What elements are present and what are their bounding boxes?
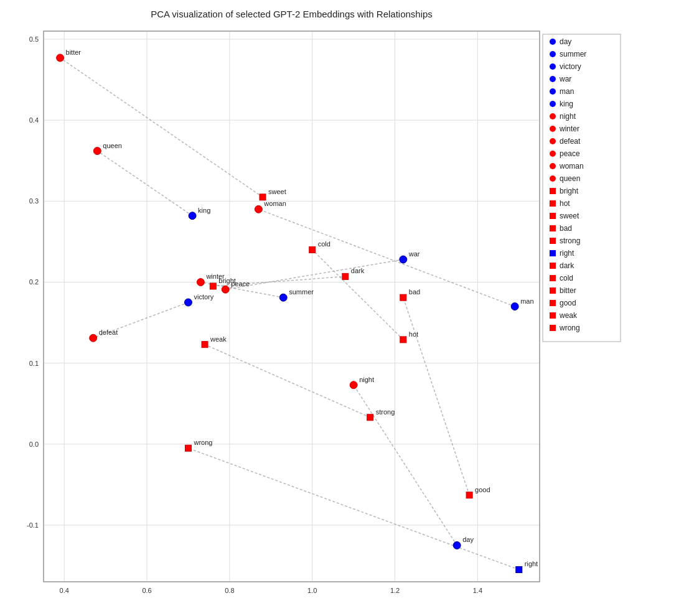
svg-point-55 bbox=[90, 334, 97, 342]
svg-text:1.4: 1.4 bbox=[473, 587, 482, 594]
legend-label-strong: strong bbox=[560, 236, 580, 245]
point-label-man: man bbox=[520, 297, 533, 305]
svg-text:0.2: 0.2 bbox=[29, 278, 39, 286]
point-label-wrong: wrong bbox=[193, 439, 212, 446]
legend-label-summer: summer bbox=[560, 50, 586, 58]
point-label-summer: summer bbox=[289, 288, 314, 296]
svg-rect-88 bbox=[550, 325, 556, 331]
legend-label-victory: victory bbox=[560, 62, 581, 71]
legend-label-day: day bbox=[560, 37, 571, 46]
svg-point-73 bbox=[550, 138, 556, 144]
svg-point-72 bbox=[550, 126, 556, 132]
legend-label-winter: winter bbox=[559, 124, 579, 133]
svg-rect-63 bbox=[516, 566, 522, 572]
point-label-right: right bbox=[525, 560, 538, 567]
svg-point-46 bbox=[400, 256, 407, 263]
svg-rect-56 bbox=[400, 337, 406, 343]
svg-rect-82 bbox=[550, 250, 556, 256]
svg-text:0.4: 0.4 bbox=[29, 116, 39, 124]
legend-label-woman: woman bbox=[559, 162, 584, 170]
legend-label-wrong: wrong bbox=[559, 324, 580, 332]
svg-rect-84 bbox=[550, 275, 556, 281]
svg-rect-1 bbox=[44, 31, 540, 582]
svg-rect-45 bbox=[309, 246, 316, 253]
svg-rect-47 bbox=[342, 273, 349, 279]
svg-text:0.4: 0.4 bbox=[60, 587, 69, 594]
svg-text:0.3: 0.3 bbox=[29, 197, 39, 205]
point-label-sweet: sweet bbox=[268, 188, 286, 195]
svg-text:0.5: 0.5 bbox=[29, 35, 39, 43]
svg-point-54 bbox=[511, 303, 518, 310]
svg-rect-77 bbox=[550, 188, 556, 194]
svg-text:0.6: 0.6 bbox=[142, 587, 151, 594]
svg-point-74 bbox=[550, 151, 556, 157]
svg-rect-81 bbox=[550, 238, 556, 244]
svg-point-71 bbox=[550, 113, 556, 119]
svg-rect-85 bbox=[550, 287, 556, 294]
legend-label-hot: hot bbox=[560, 199, 570, 208]
svg-point-66 bbox=[550, 51, 556, 57]
svg-rect-80 bbox=[550, 225, 556, 231]
legend-label-sweet: sweet bbox=[560, 212, 579, 220]
svg-text:-0.1: -0.1 bbox=[27, 521, 39, 529]
point-label-bad: bad bbox=[409, 288, 420, 296]
point-label-good: good bbox=[475, 486, 490, 493]
legend-label-right: right bbox=[560, 249, 574, 258]
legend-label-king: king bbox=[560, 100, 573, 108]
svg-point-67 bbox=[550, 63, 556, 70]
point-label-dark: dark bbox=[351, 267, 365, 274]
svg-text:0.8: 0.8 bbox=[225, 587, 234, 594]
point-label-night: night bbox=[359, 376, 374, 383]
point-label-defeat: defeat bbox=[99, 329, 118, 336]
svg-rect-79 bbox=[550, 213, 556, 219]
main-svg: 0.40.60.81.01.21.4-0.10.00.10.20.30.40.5… bbox=[0, 0, 689, 616]
svg-rect-60 bbox=[185, 445, 191, 451]
svg-text:1.0: 1.0 bbox=[307, 587, 317, 594]
legend-label-peace: peace bbox=[560, 149, 580, 158]
svg-point-44 bbox=[255, 205, 262, 213]
svg-text:1.2: 1.2 bbox=[390, 587, 400, 594]
svg-point-53 bbox=[184, 299, 192, 306]
svg-rect-61 bbox=[466, 492, 472, 498]
point-label-hot: hot bbox=[409, 330, 418, 338]
svg-rect-49 bbox=[210, 283, 216, 289]
svg-rect-43 bbox=[260, 194, 266, 200]
svg-point-69 bbox=[550, 88, 556, 95]
svg-point-75 bbox=[550, 163, 556, 169]
point-label-bitter: bitter bbox=[66, 49, 82, 56]
legend-label-weak: weak bbox=[559, 311, 578, 320]
point-label-victory: victory bbox=[194, 293, 213, 301]
svg-rect-83 bbox=[550, 263, 556, 269]
svg-rect-87 bbox=[550, 312, 556, 319]
legend-label-good: good bbox=[560, 299, 576, 307]
legend-label-night: night bbox=[560, 112, 576, 121]
svg-point-70 bbox=[550, 101, 556, 107]
point-label-strong: strong bbox=[376, 408, 395, 416]
svg-point-48 bbox=[197, 278, 204, 286]
point-label-woman: woman bbox=[263, 200, 286, 207]
svg-point-51 bbox=[279, 294, 287, 301]
svg-text:0.1: 0.1 bbox=[29, 360, 39, 367]
point-label-peace: peace bbox=[231, 280, 250, 287]
chart-container: 0.40.60.81.01.21.4-0.10.00.10.20.30.40.5… bbox=[0, 0, 689, 616]
svg-point-62 bbox=[453, 541, 461, 549]
legend-label-war: war bbox=[559, 75, 571, 83]
svg-rect-86 bbox=[550, 300, 556, 306]
legend-label-dark: dark bbox=[560, 261, 574, 270]
svg-rect-52 bbox=[400, 294, 406, 301]
legend-label-bright: bright bbox=[560, 187, 579, 195]
svg-point-58 bbox=[350, 381, 357, 389]
svg-point-41 bbox=[93, 147, 101, 155]
svg-point-68 bbox=[550, 76, 556, 82]
legend-label-man: man bbox=[560, 87, 574, 96]
legend-label-defeat: defeat bbox=[560, 137, 581, 146]
legend-label-bitter: bitter bbox=[560, 286, 576, 295]
svg-point-42 bbox=[189, 212, 196, 220]
svg-point-50 bbox=[222, 286, 229, 293]
svg-rect-59 bbox=[367, 414, 373, 421]
legend-label-cold: cold bbox=[560, 274, 573, 282]
point-label-war: war bbox=[408, 250, 420, 258]
legend-label-bad: bad bbox=[560, 224, 572, 233]
svg-point-76 bbox=[550, 175, 556, 182]
svg-point-40 bbox=[57, 54, 64, 62]
